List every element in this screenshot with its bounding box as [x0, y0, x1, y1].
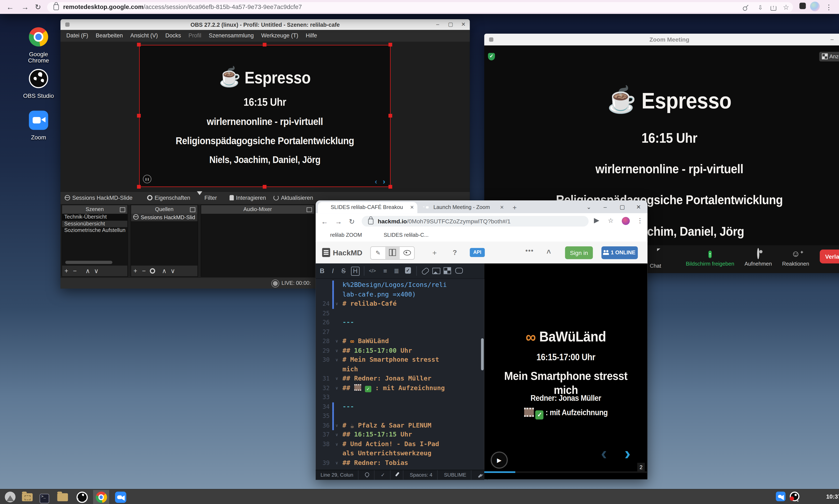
install-icon[interactable]: [757, 4, 764, 11]
scene-down-button[interactable]: ∨: [92, 266, 101, 276]
desktop-icon-zoom[interactable]: Zoom: [18, 109, 59, 141]
obs-menu-item[interactable]: Hilfe: [302, 30, 321, 40]
selection-handle[interactable]: [389, 43, 392, 47]
properties-button[interactable]: Eigenschaften: [147, 192, 190, 204]
source-tab[interactable]: Sessions HackMD-Slide: [65, 192, 133, 204]
taskbar-obs[interactable]: [74, 490, 90, 504]
selection-handle[interactable]: [137, 185, 141, 189]
scene-list-item[interactable]: Technik-Übersicht: [62, 214, 127, 220]
send-to-device-icon[interactable]: [594, 218, 599, 223]
scenes-dock-title[interactable]: Szenen: [62, 205, 127, 214]
window-close-icon[interactable]: ✕: [636, 203, 641, 210]
tray-obs[interactable]: [790, 492, 800, 503]
desktop-icon-obs[interactable]: OBS Studio: [18, 67, 59, 99]
share-icon[interactable]: [771, 6, 776, 11]
comment-button[interactable]: [455, 268, 463, 273]
taskbar-terminal[interactable]: >_: [36, 490, 52, 504]
interact-button[interactable]: Interagieren: [229, 192, 266, 204]
obs-menu-item[interactable]: Bearbeiten: [92, 30, 126, 40]
selection-handle[interactable]: [137, 43, 141, 47]
obs-menu-item[interactable]: Szenensammlung: [205, 30, 258, 40]
preview-mode-button[interactable]: [400, 247, 414, 259]
bold-button[interactable]: B: [318, 267, 326, 275]
taskbar-files[interactable]: [55, 490, 71, 504]
add-scene-button[interactable]: +: [62, 266, 71, 276]
editor-line[interactable]: 27: [316, 327, 484, 337]
table-button[interactable]: [444, 268, 451, 273]
pause-overlay-icon[interactable]: ❚❚: [143, 175, 152, 183]
edit-mode-button[interactable]: ✎: [371, 247, 385, 259]
editor-line[interactable]: 36∨# ☕ Pfalz & Saar PLENUM: [316, 421, 484, 430]
fold-chevron-icon[interactable]: ∨: [336, 383, 338, 393]
zoom-titlebar[interactable]: Zoom Meeting – ▢: [484, 34, 839, 46]
browser-menu-icon[interactable]: [824, 2, 834, 12]
reactions-button[interactable]: ☺Reaktionen: [774, 249, 817, 267]
new-note-button[interactable]: +: [432, 249, 436, 257]
add-source-button[interactable]: +: [131, 266, 140, 276]
fold-chevron-icon[interactable]: ∨: [336, 458, 338, 468]
tab-close-icon[interactable]: ✕: [499, 204, 505, 211]
password-key-icon[interactable]: [740, 2, 750, 12]
tab-search-icon[interactable]: ⌄: [586, 203, 591, 210]
bookmark-relilab-zoom[interactable]: relilab ZOOM: [322, 232, 362, 238]
cursor-position[interactable]: Line 29, Colun: [316, 470, 359, 480]
indent-setting[interactable]: Spaces: 4: [405, 470, 438, 480]
window-maximize-icon[interactable]: ▢: [619, 203, 625, 210]
tab-zoom-launch[interactable]: Launch Meeting - Zoom ✕: [421, 202, 507, 213]
remove-scene-button[interactable]: −: [71, 266, 79, 276]
fold-chevron-icon[interactable]: ∨: [336, 337, 338, 346]
pin-icon[interactable]: [360, 470, 375, 480]
link-button[interactable]: [421, 267, 430, 276]
new-tab-button[interactable]: +: [513, 203, 517, 212]
obs-preview-canvas[interactable]: ☕ Espresso 16:15 Uhr wirlernenonline - r…: [139, 45, 391, 187]
editor-line[interactable]: mich: [316, 365, 484, 374]
reload-icon[interactable]: ↻: [349, 217, 355, 226]
address-bar[interactable]: remotedesktop.google.com/access/session/…: [47, 2, 793, 12]
address-bar[interactable]: hackmd.io/0Moh79SUTFCZoZzympwlTQ?both#/1: [362, 216, 588, 227]
obs-maximize-button[interactable]: ▢: [446, 21, 455, 29]
editor-line[interactable]: 35: [316, 411, 484, 421]
bookmark-star-icon[interactable]: ☆: [608, 217, 614, 224]
filter-button[interactable]: Filter: [197, 192, 217, 204]
tab-hackmd[interactable]: SLIDES relilab-CAFÉ Breakou ✕: [318, 202, 417, 213]
strikethrough-button[interactable]: S: [339, 267, 348, 275]
view-button[interactable]: Anze: [819, 52, 839, 61]
source-up-button[interactable]: ∧: [160, 266, 169, 276]
editor-line[interactable]: 37∨## 16:15-17:15 Uhr: [316, 430, 484, 440]
tray-zoom[interactable]: [776, 492, 785, 503]
fold-chevron-icon[interactable]: ∨: [336, 299, 338, 309]
url-text[interactable]: remotedesktop.google.com/access/session/…: [63, 3, 302, 11]
share-screen-button[interactable]: ↑Bildschirm freigeben: [683, 249, 737, 267]
source-down-button[interactable]: ∨: [169, 266, 177, 276]
selection-handle[interactable]: [263, 43, 267, 47]
slide-next-icon[interactable]: ›: [383, 177, 385, 185]
dock-popout-icon[interactable]: [307, 207, 312, 212]
editor-line[interactable]: k%2BDesign/Logos/Icons/reli: [316, 281, 484, 290]
task-list-button[interactable]: ✓: [405, 267, 411, 274]
extensions-icon[interactable]: [800, 3, 806, 9]
editor-line[interactable]: 39∨## Redner: Tobias: [316, 458, 484, 468]
fold-chevron-icon[interactable]: ∨: [336, 430, 338, 440]
editor-line[interactable]: 29∨## 16:15-17:00 Uhr: [316, 346, 484, 356]
image-button[interactable]: [432, 268, 440, 274]
editor-line[interactable]: 28∨# BaWüLänd: [316, 337, 484, 346]
sign-in-button[interactable]: Sign in: [565, 246, 593, 259]
editor-line[interactable]: 32∨## : mit Aufzeichnung: [316, 383, 484, 393]
obs-titlebar[interactable]: OBS 27.2.2 (linux) - Profil: Untitled - …: [61, 19, 470, 30]
refresh-button[interactable]: Aktualisieren: [273, 192, 313, 204]
heading-button[interactable]: H: [351, 266, 360, 275]
meeting-security-shield-icon[interactable]: ✓: [488, 53, 495, 60]
leave-meeting-button[interactable]: Verlas: [820, 250, 839, 263]
forward-icon[interactable]: →: [335, 217, 342, 226]
source-properties-button[interactable]: [148, 266, 157, 276]
back-icon[interactable]: ←: [5, 2, 15, 12]
taskbar-screenshots-folder[interactable]: [19, 490, 35, 504]
sources-dock-title[interactable]: Quellen: [131, 205, 198, 214]
taskbar-launcher[interactable]: [2, 490, 18, 504]
scene-up-button[interactable]: ∧: [84, 266, 92, 276]
obs-menu-item[interactable]: Datei (F): [63, 30, 92, 40]
bullet-list-button[interactable]: ≡: [381, 267, 390, 275]
slide-preview-pane[interactable]: ∞ BaWüLänd 16:15-17:00 Uhr Mein Smartpho…: [484, 264, 647, 479]
editor-content[interactable]: k%2BDesign/Logos/Icons/relilab-cafe.png …: [316, 278, 484, 470]
editor-line[interactable]: 38∨# Und Action! - Das I-Pad: [316, 439, 484, 449]
